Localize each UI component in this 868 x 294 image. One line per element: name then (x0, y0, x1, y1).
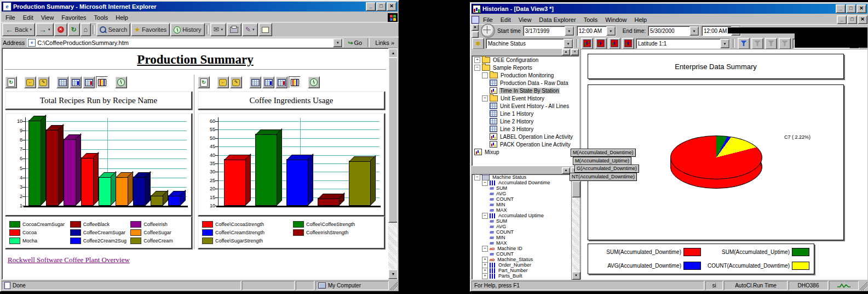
minimize-button[interactable]: _ (836, 4, 846, 13)
tree-row[interactable]: −Sample Reports (472, 64, 579, 71)
parameter-button[interactable]: ✱ (472, 38, 484, 49)
tree-row[interactable]: ##MAX (472, 207, 571, 213)
tree-row[interactable]: Production Data - Raw Data (472, 79, 579, 87)
start-clock-combo[interactable]: 12:00 AM▾ (577, 26, 616, 36)
collapse-icon[interactable]: − (482, 180, 488, 186)
expand-icon[interactable]: + (482, 273, 488, 279)
table-bar-button[interactable] (262, 76, 274, 88)
go-button[interactable]: ↪Go (346, 39, 364, 47)
scroll-down-button[interactable]: ▼ (388, 269, 398, 279)
tree-row[interactable]: −Machine Status (472, 174, 571, 180)
tree-row[interactable]: Line 2 History (472, 117, 579, 125)
tree-row[interactable]: +Parts_Built (472, 273, 571, 279)
maximize-button[interactable]: □ (846, 4, 856, 13)
clock-button[interactable] (308, 76, 320, 88)
maximize-button[interactable]: □ (847, 15, 857, 24)
pane-close-button[interactable]: ✕ (571, 49, 579, 55)
back-button[interactable]: ←Back▾ (2, 23, 35, 36)
toolbar-close-button[interactable]: ✕ (472, 24, 479, 31)
dropdown-icon[interactable]: ▾ (606, 26, 616, 36)
menu-tools[interactable]: Tools (90, 14, 112, 21)
address-input[interactable]: e C:\CoffeeProductionSummary.htm ▾ (27, 38, 343, 47)
collapse-icon[interactable]: − (474, 65, 480, 71)
save-chart-button[interactable] (608, 38, 620, 49)
tree-row[interactable]: Unit Event History - All Lines (472, 102, 579, 110)
layout-combo[interactable]: Latitude 1:1▾ (636, 38, 730, 49)
edit-button[interactable]: ✎▾ (242, 23, 258, 36)
tree-row[interactable]: ##SUM (472, 185, 571, 191)
close-button[interactable]: ✕ (858, 15, 867, 24)
tree-row[interactable]: ##SUM (472, 218, 571, 224)
pane-pin-button[interactable]: ▲ (562, 167, 570, 174)
resize-grip[interactable] (860, 281, 867, 290)
menu-edit[interactable]: Edit (19, 14, 37, 21)
tree-scrollbar[interactable]: ▲▼ (571, 174, 579, 280)
collapse-icon[interactable]: − (482, 213, 488, 219)
scroll-thumb[interactable] (388, 57, 398, 223)
menu-data-explorer[interactable]: Data Explorer (535, 16, 579, 24)
tree-row[interactable]: Line 3 History (472, 125, 579, 133)
tree-row[interactable]: ##MIN (472, 235, 571, 240)
minimize-button[interactable]: _ (837, 15, 847, 24)
tree-row[interactable]: ##MAX (472, 240, 571, 246)
tree-row[interactable]: ##AVG (472, 224, 571, 229)
close-button[interactable]: ✕ (387, 2, 396, 11)
tree-row[interactable]: Production Monitoring (472, 71, 579, 79)
dropdown-icon[interactable]: ▾ (565, 26, 574, 36)
new-filter-button[interactable] (738, 38, 750, 49)
collapse-icon[interactable]: − (474, 174, 480, 180)
clear-filter-button[interactable] (765, 38, 777, 49)
parameter-set-combo[interactable]: Machine Status▾ (486, 38, 573, 49)
table-button[interactable] (249, 76, 261, 88)
search-button[interactable]: Search (96, 23, 130, 36)
tree-row[interactable]: −Accumulated Uptime (472, 213, 571, 218)
filter-button[interactable] (751, 38, 763, 49)
forward-button[interactable]: →▾ (36, 23, 54, 36)
tree-row[interactable]: Line 1 History (472, 110, 579, 117)
print-button[interactable] (227, 23, 242, 36)
remove-chart-button[interactable] (595, 38, 607, 49)
table-red-button[interactable] (83, 76, 95, 88)
toolbar-handle[interactable] (472, 31, 479, 38)
tree-row[interactable]: ##COUNT (472, 196, 571, 202)
scroll-down-button[interactable]: ▼ (572, 272, 580, 280)
address-dropdown-button[interactable]: ▾ (333, 38, 342, 47)
tree-row[interactable]: +Part_Number (472, 268, 571, 273)
scroll-thumb[interactable] (572, 181, 580, 197)
bars-button[interactable] (96, 76, 108, 88)
tree-row[interactable]: +abMachine_Status (472, 257, 571, 262)
tree-row[interactable]: −Unit Event History (472, 94, 579, 102)
add-chart-button[interactable] (581, 38, 593, 49)
db-arrow-button[interactable]: ← (24, 76, 36, 88)
clock-button[interactable] (115, 76, 127, 88)
expand-icon[interactable]: + (474, 57, 480, 63)
table-bar-button[interactable] (70, 76, 82, 88)
tree-row[interactable]: ##COUNT (472, 229, 571, 235)
menu-tools[interactable]: Tools (580, 16, 602, 24)
toolbar-grip[interactable]: ✕ (472, 24, 479, 38)
menu-file[interactable]: File (2, 14, 19, 21)
tree-row[interactable]: −abMachine ID (472, 246, 571, 251)
delete-chart-button[interactable] (622, 38, 634, 49)
refresh-button[interactable]: ↻ (68, 23, 80, 36)
table-red-button[interactable] (275, 76, 288, 88)
tree-row[interactable]: PACK Operation Line Activity (472, 140, 579, 148)
menu-view[interactable]: View (515, 16, 536, 24)
tree-row[interactable]: +Order_Number (472, 262, 571, 268)
pane-pin-button[interactable]: ▲ (562, 49, 570, 55)
dropdown-icon[interactable]: ▾ (564, 39, 573, 48)
tree-row[interactable]: ##MIN (472, 202, 571, 207)
overview-link[interactable]: Rockwell Software Coffee Plant Overview (8, 256, 130, 264)
menu-edit[interactable]: Edit (497, 16, 515, 24)
ie-titlebar[interactable]: e Production Summary - Microsoft Interne… (2, 2, 398, 12)
links-button[interactable]: Links» (373, 39, 396, 46)
home-button[interactable]: ⌂ (81, 23, 91, 36)
filter-options-button[interactable] (779, 38, 791, 49)
start-date-combo[interactable]: 3/17/1999▾ (523, 26, 574, 36)
menu-help[interactable]: Help (630, 16, 651, 24)
maximize-button[interactable]: □ (376, 2, 386, 11)
report-button[interactable]: ↻ (198, 76, 210, 88)
report-button[interactable]: ↻ (5, 76, 17, 88)
tree-row[interactable]: −Accumulated Downtime (472, 180, 571, 185)
tree-row[interactable]: Mixup (472, 148, 579, 156)
